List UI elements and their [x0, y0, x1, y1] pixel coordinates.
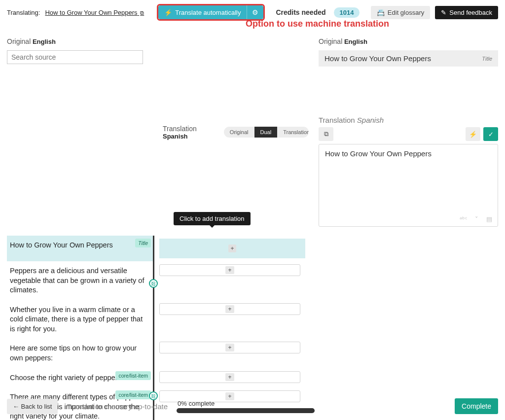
- confirm-translation-button[interactable]: ✓: [483, 127, 498, 141]
- segment-target: +: [154, 236, 505, 261]
- right-title-tag: Title: [482, 56, 492, 62]
- segment-tag: core/list-item: [115, 371, 151, 380]
- segment-target: +: [154, 339, 505, 368]
- segment-source[interactable]: Here are some tips on how to grow your o…: [7, 339, 153, 368]
- add-translation-slot[interactable]: +: [159, 303, 300, 315]
- segment-row[interactable]: Whether you live in a warm climate or a …: [0, 300, 505, 339]
- translation-memory-status: Translation memory up-to-date: [67, 402, 168, 411]
- search-source-input[interactable]: [7, 50, 143, 64]
- translate-automatically-settings-button[interactable]: ⚙: [247, 5, 263, 19]
- translation-editor[interactable]: How to Grow Your Own Peppers ᵃᵇᶜ ˅ ▤: [319, 144, 498, 227]
- plus-icon: +: [225, 266, 234, 274]
- plus-icon: +: [225, 305, 234, 313]
- add-translation-slot[interactable]: +: [159, 371, 300, 383]
- original-label: Original: [7, 37, 31, 45]
- block-format-icon[interactable]: ▤: [485, 214, 494, 223]
- editor-footer-icons: ᵃᵇᶜ ˅ ▤: [459, 214, 494, 223]
- view-mode-original[interactable]: Original: [224, 127, 254, 138]
- copy-icon: ⧉: [324, 130, 328, 138]
- translation-editor-value: How to Grow Your Own Peppers: [325, 149, 432, 158]
- segment-divider: [153, 236, 154, 261]
- segment-row[interactable]: Peppers are a delicious and versatile ve…: [0, 261, 505, 300]
- edit-glossary-label: Edit glossary: [388, 9, 424, 16]
- credits-needed-label: Credits needed: [276, 8, 325, 16]
- link-segments-icon[interactable]: ⛓: [149, 391, 158, 400]
- original-language: English: [33, 38, 56, 45]
- add-translation-tooltip: Click to add translation: [174, 212, 251, 225]
- view-mode-toggle: Original Dual Translation: [224, 127, 309, 138]
- segment-divider: [153, 339, 154, 368]
- right-title-box: How to Grow Your Own Peppers Title: [319, 50, 498, 67]
- segment-source[interactable]: Choose the right variety of pepper.core/…: [7, 368, 153, 388]
- send-feedback-button[interactable]: ✎ Send feedback: [435, 6, 498, 19]
- bolt-icon: ⚡: [469, 131, 477, 138]
- right-translation-language: Spanish: [357, 116, 384, 124]
- progress-bar: [177, 408, 315, 413]
- glossary-icon: 📇: [377, 9, 385, 16]
- right-translation-header: Translation Spanish: [319, 116, 498, 124]
- translation-language: Spanish: [163, 133, 188, 140]
- view-mode-dual[interactable]: Dual: [254, 127, 278, 138]
- translate-automatically-button[interactable]: ⚡ Translate automatically: [158, 5, 247, 19]
- check-icon: ✓: [488, 131, 494, 138]
- segment-row[interactable]: Here are some tips on how to grow your o…: [0, 339, 505, 368]
- translating-title-link[interactable]: How to Grow Your Own Peppers ⧉: [45, 9, 144, 16]
- plus-icon: +: [225, 344, 234, 351]
- right-action-bar: ⧉ ⚡ ✓: [319, 127, 498, 141]
- segment-source[interactable]: Peppers are a delicious and versatile ve…: [7, 261, 153, 300]
- view-mode-translation[interactable]: Translation: [277, 127, 309, 138]
- column-headers: Original English Translation Spanish Ori…: [0, 23, 505, 227]
- edit-glossary-button[interactable]: 📇 Edit glossary: [371, 6, 430, 19]
- segment-divider: [153, 368, 154, 388]
- add-translation-slot[interactable]: +: [159, 264, 300, 276]
- add-translation-slot[interactable]: +: [159, 342, 300, 353]
- translation-label: Translation: [163, 125, 197, 133]
- translate-automatically-group: ⚡ Translate automatically ⚙: [157, 4, 265, 21]
- right-title-value: How to Grow Your Own Peppers: [325, 54, 431, 63]
- right-original-label: Original: [319, 37, 342, 45]
- segment-row[interactable]: How to Grow Your Own PeppersTitle+: [0, 236, 505, 261]
- segment-target-title-slot[interactable]: +: [159, 239, 305, 258]
- progress-label: 0% complete: [178, 400, 215, 407]
- copy-source-button[interactable]: ⧉: [319, 127, 333, 141]
- bottom-bar: ← Back to list Translation memory up-to-…: [0, 393, 505, 420]
- plus-icon: +: [228, 245, 236, 252]
- translating-label: Translating:: [7, 9, 40, 16]
- complete-button[interactable]: Complete: [455, 398, 498, 414]
- segment-source[interactable]: Whether you live in a warm climate or a …: [7, 300, 153, 339]
- machine-translate-button[interactable]: ⚡: [466, 127, 480, 141]
- segment-tag: Title: [135, 239, 151, 247]
- translating-title-text: How to Grow Your Own Peppers: [45, 9, 137, 16]
- right-original-language: English: [344, 38, 367, 45]
- segment-source[interactable]: How to Grow Your Own PeppersTitle: [7, 236, 153, 261]
- external-link-icon: ⧉: [140, 10, 144, 16]
- translate-automatically-label: Translate automatically: [175, 9, 241, 16]
- link-segments-icon[interactable]: ⛓: [149, 279, 158, 288]
- segment-target: +: [154, 368, 505, 388]
- gear-icon: ⚙: [252, 8, 258, 16]
- pencil-icon: ✎: [441, 9, 446, 16]
- back-to-list-button[interactable]: ← Back to list: [7, 399, 58, 414]
- send-feedback-label: Send feedback: [449, 9, 492, 16]
- right-translation-label: Translation: [319, 116, 355, 124]
- segment-row[interactable]: Choose the right variety of pepper.core/…: [0, 368, 505, 388]
- progress-wrap: 0% complete: [177, 400, 446, 413]
- segment-target: +: [154, 261, 505, 300]
- segment-divider: [153, 300, 154, 339]
- spellcheck-icon[interactable]: ᵃᵇᶜ: [459, 214, 468, 223]
- segment-target: +: [154, 300, 505, 339]
- segments-grid: How to Grow Your Own PeppersTitle+Pepper…: [0, 236, 505, 420]
- annotation-callout: Option to use machine translation: [246, 19, 389, 29]
- chevron-down-icon[interactable]: ˅: [472, 214, 481, 223]
- plus-icon: +: [225, 373, 234, 381]
- bolt-icon: ⚡: [164, 9, 172, 16]
- credits-needed-value: 1014: [334, 7, 360, 18]
